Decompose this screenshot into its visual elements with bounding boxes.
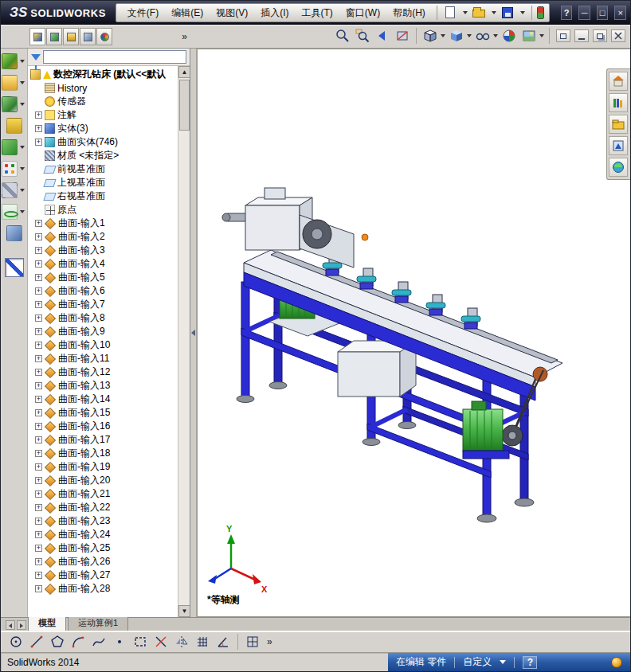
- tree-item-solid-bodies[interactable]: +实体(3): [35, 122, 178, 135]
- tree-item-surface-import[interactable]: + 曲面-输入4: [35, 257, 178, 271]
- hide-show-dropdown-icon[interactable]: [493, 34, 498, 37]
- wizard-button[interactable]: [2, 182, 26, 198]
- expand-icon[interactable]: +: [35, 139, 42, 146]
- tree-item-surface-import[interactable]: + 曲面-输入12: [35, 365, 178, 379]
- mirror-tool-icon[interactable]: [173, 633, 190, 651]
- tree-item-surface-import[interactable]: + 曲面-输入27: [35, 568, 178, 582]
- previous-view-icon[interactable]: [374, 27, 391, 45]
- expand-icon[interactable]: +: [35, 260, 42, 268]
- tab-motion-study[interactable]: 运动算例1: [68, 615, 128, 631]
- edit-feature-button[interactable]: [2, 96, 26, 112]
- apply-scene-icon[interactable]: [520, 27, 538, 45]
- status-help-button[interactable]: ?: [523, 656, 537, 669]
- scroll-up-icon[interactable]: ▲: [178, 66, 190, 78]
- tree-item-surface-import[interactable]: + 曲面-输入11: [35, 352, 178, 365]
- expand-icon[interactable]: +: [35, 287, 42, 295]
- open-icon[interactable]: [471, 5, 488, 21]
- solid-tools-button[interactable]: [2, 139, 26, 155]
- open-dropdown-icon[interactable]: [492, 11, 496, 14]
- tree-item-surface-import[interactable]: + 曲面-输入10: [35, 338, 178, 352]
- expand-icon[interactable]: +: [35, 423, 42, 430]
- section-view-icon[interactable]: [394, 27, 411, 45]
- circle-tool-icon[interactable]: [7, 633, 25, 651]
- reference-geometry-button[interactable]: [6, 225, 22, 241]
- tree-item-surface-import[interactable]: + 曲面-输入6: [35, 284, 178, 298]
- tab-propertymanager[interactable]: [46, 28, 62, 45]
- tab-dimxpertmanager[interactable]: [80, 28, 96, 45]
- active-sketch-tool-button[interactable]: [5, 258, 24, 277]
- trim-tool-icon[interactable]: [152, 633, 170, 651]
- zoom-fit-icon[interactable]: [334, 27, 351, 45]
- tree-item-history[interactable]: History: [35, 81, 178, 95]
- rectangle-tool-icon[interactable]: [131, 633, 149, 651]
- tree-item-surface-import[interactable]: + 曲面-输入26: [35, 555, 178, 568]
- view-orientation-icon[interactable]: [421, 27, 439, 45]
- tree-item-annotations[interactable]: +注解: [35, 108, 178, 122]
- mdi-cascade-icon[interactable]: [593, 29, 607, 42]
- edit-appearance-icon[interactable]: [500, 27, 518, 45]
- tree-item-surface-import[interactable]: + 曲面-输入19: [35, 460, 178, 474]
- menu-item[interactable]: 窗口(W): [339, 4, 386, 22]
- status-units-selector[interactable]: 自定义: [463, 655, 492, 669]
- tree-item-surface-import[interactable]: + 曲面-输入21: [35, 487, 178, 501]
- tree-item-surface-import[interactable]: + 曲面-输入15: [35, 406, 178, 420]
- grid-tool-icon[interactable]: [194, 633, 211, 651]
- appearances-scenes-icon[interactable]: [609, 158, 628, 177]
- help-button[interactable]: ?: [561, 6, 573, 20]
- tree-root-part[interactable]: 数控深孔钻床 (默认<<默认: [30, 68, 178, 81]
- expand-icon[interactable]: +: [35, 545, 42, 552]
- new-document-icon[interactable]: [442, 5, 460, 21]
- expand-icon[interactable]: +: [35, 274, 42, 281]
- tree-item-surface-import[interactable]: + 曲面-输入23: [35, 514, 178, 528]
- tree-item-surface-import[interactable]: + 曲面-输入20: [35, 474, 178, 487]
- tab-model[interactable]: 模型: [28, 615, 66, 631]
- tab-scroll-right-icon[interactable]: [17, 620, 26, 630]
- polygon-tool-icon[interactable]: [49, 633, 66, 651]
- expand-icon[interactable]: +: [35, 233, 42, 240]
- tab-scroll-left-icon[interactable]: [6, 620, 15, 630]
- scroll-down-icon[interactable]: ▼: [178, 605, 190, 617]
- expand-icon[interactable]: +: [35, 477, 42, 484]
- scrollbar-thumb[interactable]: [179, 80, 190, 131]
- menu-item[interactable]: 工具(T): [295, 4, 339, 22]
- sketch-tools-button[interactable]: [2, 53, 26, 69]
- scene-dropdown-icon[interactable]: [539, 34, 544, 37]
- surfaces-button[interactable]: [6, 118, 22, 134]
- expand-icon[interactable]: +: [35, 342, 42, 349]
- tree-item-surface-import[interactable]: + 曲面-输入1: [35, 217, 178, 230]
- curves-button[interactable]: [2, 204, 26, 220]
- expand-icon[interactable]: +: [35, 490, 42, 498]
- menu-item[interactable]: 文件(F): [121, 4, 165, 22]
- view-palette-icon[interactable]: [609, 136, 628, 155]
- tab-featuremanager[interactable]: [29, 28, 45, 45]
- expand-icon[interactable]: +: [35, 504, 42, 511]
- filter-funnel-icon[interactable]: [31, 54, 41, 61]
- machine-3d-model[interactable]: Y X: [198, 49, 630, 617]
- mdi-close-icon[interactable]: [611, 29, 625, 42]
- expand-icon[interactable]: +: [35, 531, 42, 538]
- menu-item[interactable]: 帮助(H): [386, 4, 432, 22]
- tree-item-sensors[interactable]: 传感器: [35, 95, 178, 108]
- expand-icon[interactable]: +: [35, 220, 42, 227]
- expand-icon[interactable]: +: [35, 247, 42, 254]
- tree-item-origin[interactable]: 原点: [35, 203, 178, 217]
- tree-item-surface-import[interactable]: + 曲面-输入22: [35, 501, 178, 514]
- status-tip-icon[interactable]: [611, 657, 622, 668]
- tree-item-surface-import[interactable]: + 曲面-输入8: [35, 311, 178, 325]
- expand-icon[interactable]: +: [35, 572, 42, 579]
- menu-item[interactable]: 编辑(E): [165, 4, 210, 22]
- arc-tool-icon[interactable]: [69, 633, 87, 651]
- expand-icon[interactable]: +: [35, 409, 42, 416]
- maximize-button[interactable]: □: [597, 6, 609, 20]
- features-button[interactable]: [2, 75, 26, 91]
- tree-item-surface-import[interactable]: + 曲面-输入7: [35, 298, 178, 311]
- angle-dimension-icon[interactable]: [214, 633, 232, 651]
- tab-displaymanager[interactable]: [96, 28, 112, 45]
- tree-item-surface-import[interactable]: + 曲面-输入14: [35, 393, 178, 406]
- resources-home-icon[interactable]: [609, 72, 628, 91]
- spline-tool-icon[interactable]: [90, 633, 108, 651]
- panel-splitter[interactable]: [190, 49, 197, 617]
- display-style-icon[interactable]: [448, 27, 465, 45]
- graphics-viewport[interactable]: Y X *等轴测: [197, 49, 630, 617]
- expand-icon[interactable]: +: [35, 301, 42, 308]
